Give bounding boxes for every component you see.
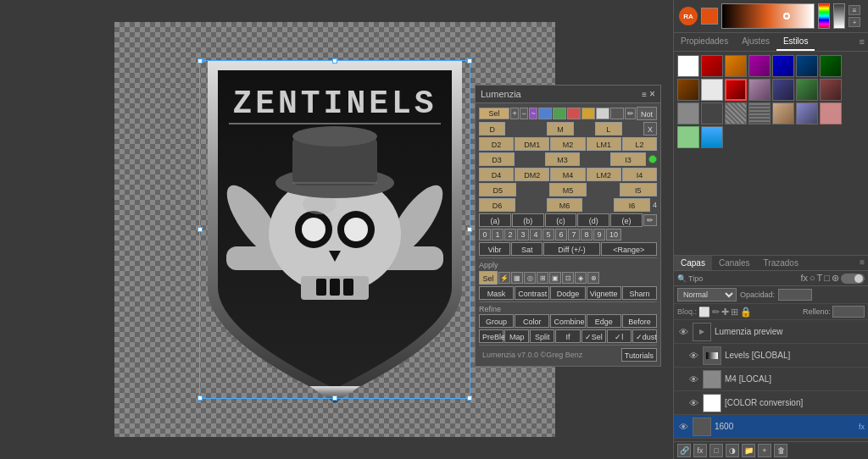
lumenzia-close-icon[interactable]: ×: [649, 88, 655, 100]
new-fill-adj-btn[interactable]: ◑: [726, 444, 739, 457]
btn-M2[interactable]: M2: [550, 137, 585, 151]
btn-X[interactable]: X: [643, 122, 657, 135]
btn-M6[interactable]: M6: [547, 198, 583, 212]
color-swatch-yellow[interactable]: [581, 108, 595, 119]
btn-Dodge[interactable]: Dodge: [550, 286, 585, 300]
style-thumb-sky[interactable]: [701, 126, 723, 148]
layer-item-1600[interactable]: 👁 1600 fx: [674, 415, 868, 439]
btn-n7[interactable]: 7: [568, 229, 580, 241]
eye-icon-color-conversion[interactable]: 👁: [687, 398, 699, 408]
btn-D2[interactable]: D2: [479, 137, 514, 151]
btn-Contrast[interactable]: Contrast: [515, 286, 549, 300]
style-thumb-pattern1[interactable]: [725, 102, 747, 124]
btn-Before[interactable]: Before: [622, 314, 657, 328]
lock-position-icon[interactable]: ✚: [721, 307, 729, 318]
btn-a[interactable]: (a): [479, 213, 511, 227]
btn-n10[interactable]: 10: [606, 229, 621, 241]
btn-I4[interactable]: I4: [622, 168, 657, 181]
apply-icon1[interactable]: ⚡: [498, 272, 510, 284]
btn-n0[interactable]: 0: [479, 229, 491, 241]
btn-dust[interactable]: ✓dust: [632, 329, 657, 343]
tab-estilos[interactable]: Estilos: [776, 33, 815, 51]
layers-tab-capas[interactable]: Capas: [674, 256, 712, 270]
btn-Map[interactable]: Map: [504, 329, 529, 343]
lock-artboard-icon[interactable]: ⊞: [731, 307, 738, 318]
lumenzia-collapse-icon[interactable]: ≡: [642, 90, 647, 99]
btn-n3[interactable]: 3: [517, 229, 529, 241]
color-gradient-picker[interactable]: [721, 3, 815, 29]
lumenzia-minus-btn[interactable]: −: [520, 108, 528, 119]
apply-icon5[interactable]: ▣: [549, 272, 561, 284]
lock-image-icon[interactable]: ✏: [712, 307, 720, 318]
btn-DM1[interactable]: DM1: [515, 137, 549, 151]
btn-Edge[interactable]: Edge: [587, 314, 621, 328]
style-thumb-navy[interactable]: [772, 79, 794, 101]
lock-all-icon[interactable]: 🔒: [740, 307, 752, 318]
btn-vl[interactable]: ✓l: [607, 329, 632, 343]
btn-vSel[interactable]: ✓Sel: [581, 329, 606, 343]
filter-icon-fx[interactable]: fx: [800, 273, 808, 284]
filter-icon-t[interactable]: T: [817, 273, 823, 284]
tab-propiedades[interactable]: Propiedades: [674, 33, 735, 51]
btn-If[interactable]: If: [555, 329, 580, 343]
layer-item-lumenzia-preview[interactable]: 👁 ▶ Lumenzia preview: [674, 320, 868, 344]
btn-D4[interactable]: D4: [479, 168, 514, 181]
eye-icon-m4[interactable]: 👁: [687, 374, 699, 384]
style-thumb-brown[interactable]: [677, 79, 699, 101]
btn-L2[interactable]: L2: [622, 137, 657, 151]
lumenzia-not-btn[interactable]: Not: [637, 107, 657, 120]
filter-icon-rect[interactable]: □: [824, 273, 830, 284]
opacity-input[interactable]: 100%: [778, 289, 812, 301]
apply-icon6[interactable]: ⊡: [562, 272, 574, 284]
btn-D6[interactable]: D6: [479, 198, 515, 212]
color-swatch-red[interactable]: [567, 108, 581, 119]
style-thumb-pattern2[interactable]: [748, 102, 771, 124]
lumenzia-preview-btn[interactable]: Sel: [479, 108, 509, 119]
btn-D3[interactable]: D3: [479, 152, 515, 166]
btn-Vibr[interactable]: Vibr: [479, 242, 510, 256]
filter-icon-smart[interactable]: ⊛: [832, 273, 839, 284]
panel-menu-btn[interactable]: ≡: [849, 5, 860, 15]
btn-diffplus[interactable]: Diff (+/-): [543, 242, 599, 256]
add-style-btn[interactable]: fx: [693, 444, 707, 457]
style-thumb-green2[interactable]: [796, 79, 818, 101]
btn-I5[interactable]: I5: [620, 183, 657, 196]
tab-ajustes[interactable]: Ajustes: [735, 33, 776, 51]
lumenzia-add-btn[interactable]: +: [510, 108, 519, 119]
btn-Vignette[interactable]: Vignette: [587, 286, 621, 300]
style-thumb-maroon[interactable]: [820, 79, 842, 101]
eye-icon-lumenzia[interactable]: 👁: [677, 327, 689, 337]
btn-L[interactable]: L: [595, 122, 621, 135]
new-group-btn[interactable]: 📁: [742, 444, 755, 457]
foreground-color[interactable]: [701, 8, 718, 25]
link-layers-btn[interactable]: 🔗: [677, 444, 691, 457]
btn-n8[interactable]: 8: [581, 229, 593, 241]
lumenzia-tutorials-btn[interactable]: Tutorials: [621, 348, 657, 362]
style-thumb-mint[interactable]: [677, 126, 699, 148]
color-swatch-green[interactable]: [553, 108, 566, 119]
filter-icon-circle[interactable]: ○: [810, 273, 815, 284]
btn-Sat[interactable]: Sat: [511, 242, 542, 256]
eye-icon-levels[interactable]: 👁: [687, 351, 699, 361]
apply-icon2[interactable]: ▦: [511, 272, 523, 284]
btn-n4[interactable]: 4: [530, 229, 542, 241]
btn-Range[interactable]: <Range>: [601, 242, 657, 256]
btn-n1[interactable]: 1: [492, 229, 504, 241]
style-thumb-darkgray[interactable]: [701, 102, 723, 124]
btn-M3[interactable]: M3: [545, 152, 581, 166]
style-thumb-white-2[interactable]: [701, 79, 723, 101]
btn-M5[interactable]: M5: [549, 183, 587, 196]
style-thumb-rose[interactable]: [820, 102, 842, 124]
btn-n6[interactable]: 6: [555, 229, 567, 241]
btn-DM2[interactable]: DM2: [515, 168, 549, 181]
style-thumb-gold[interactable]: [772, 102, 794, 124]
style-thumb-periwinkle[interactable]: [796, 102, 818, 124]
style-thumb-gray[interactable]: [677, 102, 699, 124]
btn-e[interactable]: (e): [610, 213, 643, 227]
filter-toggle[interactable]: [841, 274, 865, 284]
layers-panel-menu[interactable]: ≡: [856, 256, 868, 270]
layer-item-color-conversion[interactable]: 👁 [COLOR conversion]: [674, 391, 868, 415]
btn-Split[interactable]: Split: [530, 329, 554, 343]
btn-c[interactable]: (c): [545, 213, 577, 227]
btn-M4[interactable]: M4: [550, 168, 585, 181]
